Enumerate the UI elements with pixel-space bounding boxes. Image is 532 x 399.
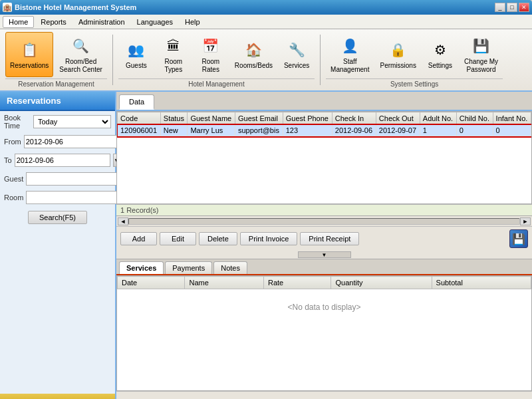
search-button[interactable]: Search(F5)	[28, 211, 87, 224]
room-label: Room	[4, 194, 23, 201]
scroll-left-btn[interactable]: ◄	[118, 217, 128, 225]
scroll-right-btn[interactable]: ►	[520, 217, 531, 225]
group-label-reservation: Reservation Management	[5, 78, 107, 88]
menu-administration[interactable]: Administration	[73, 17, 130, 27]
edit-button[interactable]: Edit	[160, 232, 196, 245]
tab-data[interactable]: Data	[119, 94, 154, 110]
guest-label: Guest	[4, 175, 23, 183]
reservations-table: Code Status Guest Name Guest Email Guest…	[117, 112, 531, 136]
save-button[interactable]: 💾	[509, 229, 528, 248]
toolbar-change-pw[interactable]: 💾 Change MyPassword	[460, 32, 503, 77]
print-invoice-button[interactable]: Print Invoice	[240, 232, 298, 245]
left-panel: Reservations Book Time Today This Week T…	[0, 92, 116, 399]
menu-reports[interactable]: Reports	[35, 17, 72, 27]
bottom-scrollbar[interactable]	[116, 391, 532, 399]
toolbar-services[interactable]: 🔧 Services	[279, 32, 315, 77]
minimize-button[interactable]: _	[495, 3, 505, 12]
col-child-no: Child No.	[456, 112, 493, 125]
change-pw-label: Change MyPassword	[464, 58, 498, 74]
toolbar-group-hotel: 👥 Guests 🏛 RoomTypes 📅 RoomRates 🏠 Rooms…	[118, 32, 315, 88]
book-time-label: Book Time	[4, 114, 31, 130]
book-time-select[interactable]: Today This Week This Month All	[33, 115, 111, 128]
svc-col-name: Name	[185, 277, 264, 289]
room-types-icon: 🏛	[163, 35, 184, 57]
room-search-icon: 🔍	[70, 35, 92, 57]
no-data-message: <No data to display>	[118, 289, 531, 326]
from-label: From	[4, 138, 21, 146]
room-search-label: Room/BedSearch Center	[59, 58, 102, 74]
services-icon: 🔧	[286, 39, 307, 61]
col-adult-no: Adult No.	[420, 112, 456, 125]
from-date-input[interactable]	[24, 135, 120, 148]
content-area: Reservations Book Time Today This Week T…	[0, 92, 532, 399]
window-controls[interactable]: _ □ ✕	[495, 3, 529, 12]
toolbar-group-system: 👤 StaffManagement 🔒 Permissions ⚙ Settin…	[326, 32, 503, 88]
filter-to: To ▼	[0, 151, 115, 170]
guest-input[interactable]	[26, 172, 122, 186]
permissions-label: Permissions	[380, 62, 416, 70]
print-receipt-button[interactable]: Print Receipt	[300, 232, 359, 245]
toolbar-guests[interactable]: 👥 Guests	[118, 32, 154, 77]
bottom-tab-bar: Services Payments Notes	[116, 259, 532, 275]
table-header-row: Code Status Guest Name Guest Email Guest…	[118, 112, 531, 125]
toolbar-group-reservations: 📋 Reservations 🔍 Room/BedSearch Center R…	[5, 32, 107, 88]
room-rates-icon: 📅	[200, 35, 221, 57]
group-label-hotel: Hotel Management	[118, 78, 315, 88]
filter-guest: Guest	[0, 170, 115, 188]
settings-icon: ⚙	[430, 39, 451, 61]
group-label-system: System Settings	[326, 78, 503, 88]
to-date-input[interactable]	[15, 154, 110, 167]
reservations-icon: 📋	[19, 39, 40, 61]
title-bar: 🏨 Bistone Hotel Management System _ □ ✕	[0, 0, 532, 15]
horizontal-scrollbar[interactable]: ◄ ►	[116, 215, 532, 226]
settings-label: Settings	[428, 62, 452, 70]
menu-bar: Home Reports Administration Languages He…	[0, 15, 532, 29]
guests-label: Guests	[126, 62, 147, 70]
room-input[interactable]	[26, 191, 122, 204]
toolbar-settings[interactable]: ⚙ Settings	[422, 32, 458, 77]
change-pw-icon: 💾	[471, 35, 492, 57]
bottom-table-container: Date Name Rate Quantity Subtotal <No dat…	[116, 275, 532, 391]
room-rates-label: RoomRates	[202, 58, 220, 74]
services-header-row: Date Name Rate Quantity Subtotal	[118, 277, 531, 289]
add-button[interactable]: Add	[120, 232, 157, 245]
app-icon: 🏨	[3, 3, 12, 12]
filter-room: Room	[0, 188, 115, 207]
svc-col-rate: Rate	[264, 277, 331, 289]
toolbar-reservations[interactable]: 📋 Reservations	[5, 32, 53, 77]
svc-col-quantity: Quantity	[331, 277, 432, 289]
services-label: Services	[284, 62, 309, 70]
svc-col-subtotal: Subtotal	[432, 277, 531, 289]
col-guest-email: Guest Email	[235, 112, 283, 125]
toolbar-permissions[interactable]: 🔒 Permissions	[375, 32, 420, 77]
to-label: To	[4, 156, 12, 164]
left-panel-title: Reservations	[0, 92, 115, 111]
tab-notes[interactable]: Notes	[213, 261, 247, 274]
close-button[interactable]: ✕	[519, 3, 529, 12]
tab-payments[interactable]: Payments	[165, 261, 212, 274]
reservations-label: Reservations	[10, 62, 49, 70]
filter-from: From ▼	[0, 132, 115, 151]
col-check-in: Check In	[332, 112, 376, 125]
toolbar: 📋 Reservations 🔍 Room/BedSearch Center R…	[0, 29, 532, 92]
menu-home[interactable]: Home	[3, 16, 34, 28]
menu-help[interactable]: Help	[180, 17, 205, 27]
data-table-container: Code Status Guest Name Guest Email Guest…	[116, 111, 532, 204]
main-tab-bar: Data	[116, 92, 532, 111]
tab-services[interactable]: Services	[119, 261, 164, 274]
record-count: 1 Record(s)	[116, 204, 532, 215]
delete-button[interactable]: Delete	[199, 232, 237, 245]
scrollbar-track[interactable]	[128, 218, 520, 225]
guests-icon: 👥	[126, 39, 147, 61]
menu-languages[interactable]: Languages	[132, 17, 178, 27]
scroll-thumb[interactable]: ▼	[298, 251, 351, 258]
toolbar-staff[interactable]: 👤 StaffManagement	[326, 32, 374, 77]
maximize-button[interactable]: □	[507, 3, 517, 12]
col-code: Code	[118, 112, 161, 125]
table-row[interactable]: 120906001NewMarry Lussupport@bis1232012-…	[118, 125, 531, 136]
toolbar-rooms-beds[interactable]: 🏠 Rooms/Beds	[230, 32, 277, 77]
toolbar-room-bed-search[interactable]: 🔍 Room/BedSearch Center	[55, 32, 106, 77]
scroll-indicator: ▼	[116, 251, 532, 259]
toolbar-room-rates[interactable]: 📅 RoomRates	[193, 32, 229, 77]
toolbar-room-types[interactable]: 🏛 RoomTypes	[156, 32, 192, 77]
